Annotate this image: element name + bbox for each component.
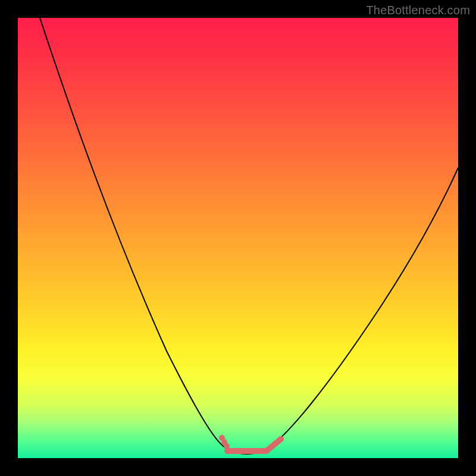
plot-area [18, 18, 458, 458]
bottleneck-curve [40, 18, 458, 454]
chart-container: TheBottleneck.com [0, 0, 476, 476]
marker-dot [265, 447, 271, 453]
watermark-text: TheBottleneck.com [366, 4, 470, 17]
marker-dot [278, 436, 284, 442]
highlight-markers [219, 435, 284, 453]
curve-svg [18, 18, 458, 458]
